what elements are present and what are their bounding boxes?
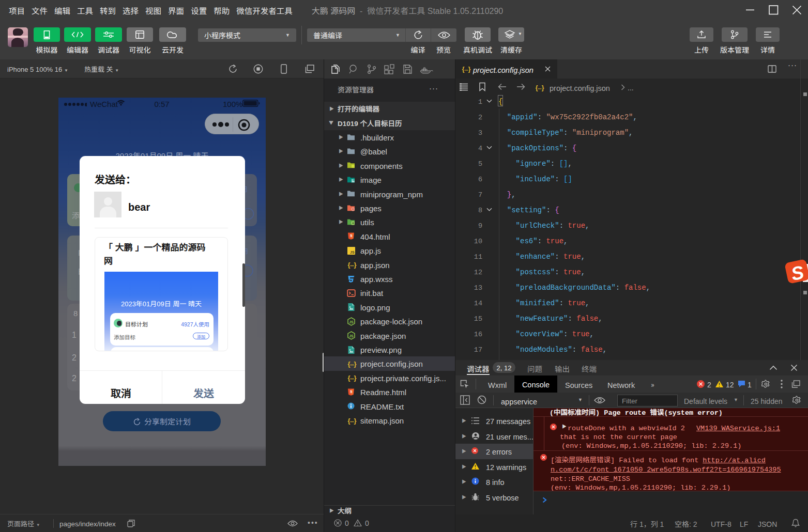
svg-text:{: { [462,66,465,73]
svg-text:{: { [347,374,350,382]
svg-text:}: } [354,374,356,382]
svg-text:JS: JS [349,320,354,323]
svg-text:{: { [536,84,538,91]
svg-text:{: { [347,261,350,269]
svg-text:}: } [354,261,356,269]
svg-text:JS: JS [350,251,355,254]
svg-text:JS: JS [349,334,354,338]
svg-text:{: { [347,416,350,424]
svg-text:}: } [354,416,356,424]
svg-text:{: { [347,359,350,367]
svg-text:5: 5 [350,234,352,239]
svg-text:}: } [468,66,471,73]
svg-text:}: } [542,84,544,91]
svg-text:5: 5 [350,389,352,394]
svg-text:}: } [354,359,356,367]
